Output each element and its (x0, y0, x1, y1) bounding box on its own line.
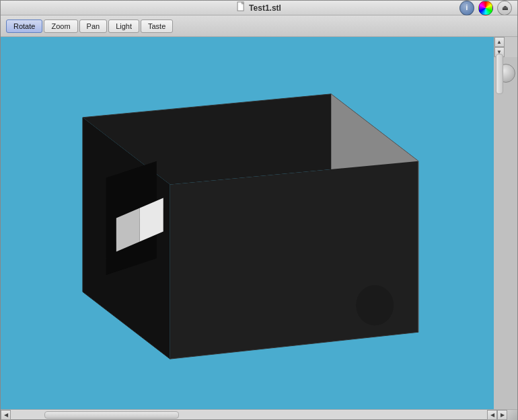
app-window: Test1.stl i ⏏ Rotate Zoom Pan Light Tast… (0, 0, 518, 420)
bottom-scroll-track[interactable] (11, 411, 487, 419)
scroll-thumb[interactable] (496, 54, 503, 94)
svg-marker-6 (170, 161, 418, 359)
resize-corner (507, 410, 517, 420)
info-button[interactable]: i (459, 1, 474, 15)
content-area: ▲ ▼ (1, 37, 517, 409)
document-icon (237, 1, 246, 14)
vertical-scrollbar: ▲ ▼ (494, 37, 504, 57)
rotate-button[interactable]: Rotate (6, 19, 42, 33)
right-section: ▲ ▼ (494, 37, 517, 409)
window-title: Test1.stl (249, 3, 281, 13)
svg-point-10 (356, 285, 394, 325)
scroll-right-arrow-1[interactable]: ◀ (487, 410, 497, 420)
window-title-area: Test1.stl (237, 1, 281, 14)
stl-model (1, 37, 494, 409)
action-label: ⏏ (502, 4, 508, 11)
info-label: i (466, 4, 468, 11)
title-right-icons: i ⏏ (459, 1, 512, 15)
horizontal-scrollbar: ◀ ◀ ▶ (1, 409, 517, 419)
bottom-scroll-thumb[interactable] (44, 411, 179, 419)
light-button[interactable]: Light (108, 19, 139, 33)
taste-button[interactable]: Taste (141, 19, 173, 33)
zoom-button[interactable]: Zoom (44, 19, 77, 33)
toolbar: Rotate Zoom Pan Light Taste (1, 15, 517, 37)
pan-button[interactable]: Pan (79, 19, 108, 33)
scroll-right-arrow-2[interactable]: ▶ (497, 410, 507, 420)
color-button[interactable] (478, 1, 493, 15)
title-bar: Test1.stl i ⏏ (1, 1, 517, 15)
scroll-left-arrow[interactable]: ◀ (1, 410, 11, 420)
scroll-up-arrow[interactable]: ▲ (494, 37, 505, 47)
side-widget (494, 57, 517, 409)
action-button[interactable]: ⏏ (497, 1, 512, 15)
3d-viewport[interactable] (1, 37, 494, 409)
